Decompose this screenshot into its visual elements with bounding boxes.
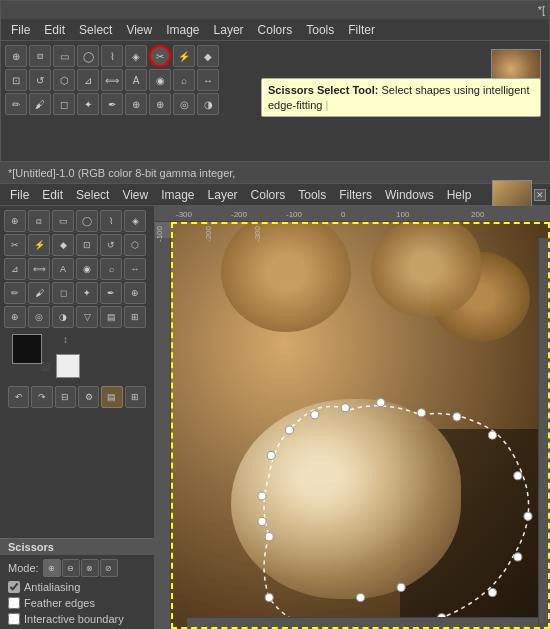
move-tool-btn[interactable]: ⊕: [5, 45, 27, 67]
lt-perspective-btn[interactable]: ⊿: [4, 258, 26, 280]
fuzzy-select-btn[interactable]: ◈: [125, 45, 147, 67]
main-menu-edit[interactable]: Edit: [36, 186, 69, 204]
menu-edit[interactable]: Edit: [38, 21, 71, 39]
lt-smudge-btn[interactable]: ◎: [28, 306, 50, 328]
lt-bycolor-btn[interactable]: ⚡: [28, 234, 50, 256]
lt-picker-btn[interactable]: ◉: [76, 258, 98, 280]
main-menu-image[interactable]: Image: [155, 186, 200, 204]
main-menu-windows[interactable]: Windows: [379, 186, 440, 204]
warp-btn[interactable]: ⬡: [53, 69, 75, 91]
heal-btn[interactable]: ⊕: [149, 93, 171, 115]
lt-warp-btn[interactable]: ⬡: [124, 234, 146, 256]
lt-pencil-btn[interactable]: ✏: [4, 282, 26, 304]
feather-checkbox[interactable]: [8, 597, 20, 609]
lt-measure-btn[interactable]: ↔: [124, 258, 146, 280]
lt-rect-btn[interactable]: ▭: [52, 210, 74, 232]
antialiasing-checkbox[interactable]: [8, 581, 20, 593]
main-menu-filters[interactable]: Filters: [333, 186, 378, 204]
background-color-swatch[interactable]: [56, 354, 80, 378]
lt-grid-btn[interactable]: ▤: [101, 386, 122, 408]
measure-btn[interactable]: ↔: [197, 69, 219, 91]
main-menu-file[interactable]: File: [4, 186, 35, 204]
ink-btn[interactable]: ✒: [101, 93, 123, 115]
lt-clone-btn[interactable]: ⊕: [124, 282, 146, 304]
menu-select[interactable]: Select: [73, 21, 118, 39]
bottom-tool-row: ↶ ↷ ⊟ ⚙ ▤ ⊞: [4, 384, 150, 410]
perspective-btn[interactable]: ⊿: [77, 69, 99, 91]
lt-zoom-btn[interactable]: ⌕: [100, 258, 122, 280]
menu-file[interactable]: File: [5, 21, 36, 39]
lt-undo-btn[interactable]: ↶: [8, 386, 29, 408]
main-menu-layer[interactable]: Layer: [202, 186, 244, 204]
transform-btn[interactable]: ↺: [29, 69, 51, 91]
canvas-wrapper[interactable]: [171, 222, 550, 629]
scissors-select-btn[interactable]: ✂: [149, 45, 171, 67]
vertical-scrollbar[interactable]: [538, 238, 550, 629]
menu-colors[interactable]: Colors: [252, 21, 299, 39]
lt-brush-btn[interactable]: 🖌: [28, 282, 50, 304]
menu-tools[interactable]: Tools: [300, 21, 340, 39]
zoom-btn[interactable]: ⌕: [173, 69, 195, 91]
lt-fuzzy-btn[interactable]: ◈: [124, 210, 146, 232]
flip-btn[interactable]: ⟺: [101, 69, 123, 91]
lt-config-btn[interactable]: ⚙: [78, 386, 99, 408]
lt-align-btn[interactable]: ⧈: [28, 210, 50, 232]
lt-redo-btn[interactable]: ↷: [31, 386, 52, 408]
fg-select-btn[interactable]: ◆: [197, 45, 219, 67]
lt-dodge-btn[interactable]: ◑: [52, 306, 74, 328]
clone-btn[interactable]: ⊕: [125, 93, 147, 115]
crop-btn[interactable]: ⊡: [5, 69, 27, 91]
lt-ink-btn[interactable]: ✒: [100, 282, 122, 304]
airbrush-btn[interactable]: ✦: [77, 93, 99, 115]
lt-heal-btn[interactable]: ⊕: [4, 306, 26, 328]
lt-scissors-btn[interactable]: ✂: [4, 234, 26, 256]
lt-ellipse-btn[interactable]: ◯: [76, 210, 98, 232]
lt-extra2-btn[interactable]: ⊞: [125, 386, 146, 408]
lt-extra-btn[interactable]: ⊞: [124, 306, 146, 328]
lt-eraser-btn[interactable]: ◻: [52, 282, 74, 304]
lt-history-btn[interactable]: ⊟: [55, 386, 76, 408]
text-btn[interactable]: A: [125, 69, 147, 91]
color-picker-btn[interactable]: ◉: [149, 69, 171, 91]
smudge-btn[interactable]: ◎: [173, 93, 195, 115]
rect-select-btn[interactable]: ▭: [53, 45, 75, 67]
mode-replace-btn[interactable]: ⊘: [100, 559, 118, 577]
dodge-btn[interactable]: ◑: [197, 93, 219, 115]
horizontal-scrollbar[interactable]: [187, 617, 538, 629]
lt-text-btn[interactable]: A: [52, 258, 74, 280]
align-btn[interactable]: ⧈: [29, 45, 51, 67]
lt-fgsel-btn[interactable]: ◆: [52, 234, 74, 256]
lt-crop-btn[interactable]: ⊡: [76, 234, 98, 256]
lt-flip-btn[interactable]: ⟺: [28, 258, 50, 280]
lt-move-btn[interactable]: ⊕: [4, 210, 26, 232]
main-menu-view[interactable]: View: [116, 186, 154, 204]
main-menu-select[interactable]: Select: [70, 186, 115, 204]
main-menu-colors[interactable]: Colors: [245, 186, 292, 204]
lt-bucket-btn[interactable]: ▽: [76, 306, 98, 328]
main-thumb-close[interactable]: ✕: [534, 189, 546, 201]
main-menu-tools[interactable]: Tools: [292, 186, 332, 204]
menu-layer[interactable]: Layer: [208, 21, 250, 39]
lt-gradient-btn[interactable]: ▤: [100, 306, 122, 328]
free-select-btn[interactable]: ⌇: [101, 45, 123, 67]
image-canvas[interactable]: [171, 222, 550, 629]
mode-subtract-btn[interactable]: ⊖: [62, 559, 80, 577]
lt-lasso-btn[interactable]: ⌇: [100, 210, 122, 232]
lt-transform-btn[interactable]: ↺: [100, 234, 122, 256]
ellipse-select-btn[interactable]: ◯: [77, 45, 99, 67]
lt-airbrush-btn[interactable]: ✦: [76, 282, 98, 304]
mode-add-btn[interactable]: ⊕: [43, 559, 61, 577]
menu-view[interactable]: View: [120, 21, 158, 39]
main-menu-help[interactable]: Help: [441, 186, 478, 204]
menu-filter[interactable]: Filter: [342, 21, 381, 39]
pencil-btn[interactable]: ✏: [5, 93, 27, 115]
eraser-btn[interactable]: ◻: [53, 93, 75, 115]
by-color-btn[interactable]: ⚡: [173, 45, 195, 67]
menu-image[interactable]: Image: [160, 21, 205, 39]
interactive-checkbox[interactable]: [8, 613, 20, 625]
mode-intersect-btn[interactable]: ⊗: [81, 559, 99, 577]
brush-btn[interactable]: 🖌: [29, 93, 51, 115]
foreground-color-swatch[interactable]: [12, 334, 42, 364]
swap-colors-icon[interactable]: ↕: [63, 334, 68, 345]
antialiasing-label: Antialiasing: [24, 581, 80, 593]
